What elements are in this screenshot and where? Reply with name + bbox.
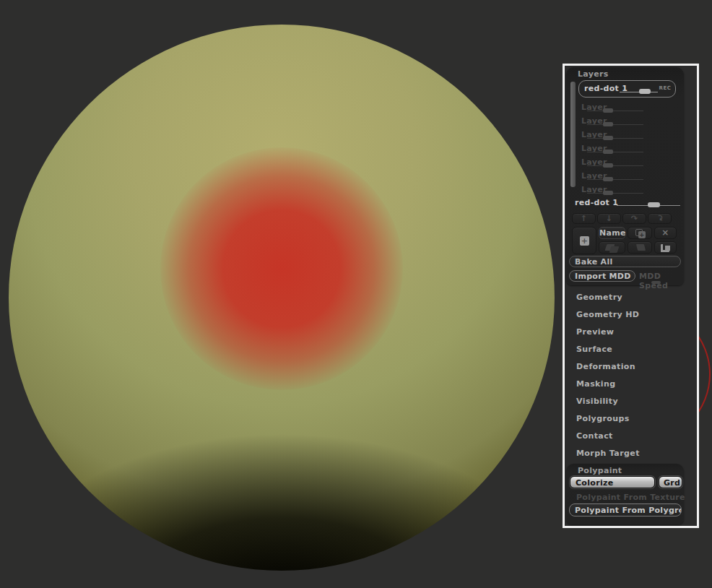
menu-item-morph-target[interactable]: Morph Target — [566, 445, 689, 462]
menu-item-geometry[interactable]: Geometry — [566, 289, 689, 306]
mdd-speed-slider[interactable] — [651, 281, 661, 284]
menu-item-label: Polygroups — [576, 414, 630, 423]
menu-item-label: Masking — [576, 379, 616, 389]
menu-item-label: Preview — [576, 327, 614, 337]
polypaint-title[interactable]: Polypaint — [578, 466, 622, 475]
sphere-model[interactable] — [9, 25, 555, 571]
move-layer-up-button[interactable]: ↑ — [572, 213, 596, 224]
red-polypaint-dot — [160, 147, 403, 390]
layer-intensity-slider[interactable] — [639, 89, 651, 94]
layer-intensity-track — [587, 152, 643, 152]
split-layer-icon — [636, 244, 646, 251]
split-layer-button[interactable] — [628, 241, 652, 254]
menu-item-polygroups[interactable]: Polygroups — [566, 410, 689, 427]
active-layer-name: red-dot 1 — [575, 198, 618, 207]
layer-intensity-track — [587, 124, 643, 125]
menu-item-masking[interactable]: Masking — [566, 376, 689, 392]
layer-intensity-slider[interactable] — [603, 163, 613, 168]
redo-layer-button[interactable]: ↷ — [622, 213, 646, 224]
layer-intensity-track — [587, 179, 643, 180]
polypaint-subpanel: Polypaint Colorize Grd Polypaint From Te… — [566, 464, 684, 524]
layer-intensity-track — [587, 111, 643, 111]
menu-item-label: Geometry — [576, 293, 622, 302]
layer-item-selected[interactable]: red-dot 1 REC — [578, 80, 676, 98]
layers-scrollbar[interactable] — [570, 82, 576, 187]
move-layer-down-button[interactable]: ↓ — [597, 213, 621, 224]
menu-item-label: Morph Target — [576, 449, 640, 458]
grd-button[interactable]: Grd — [659, 476, 682, 488]
tool-panel: Layers red-dot 1 REC Layer Layer Layer L… — [563, 64, 699, 528]
delete-icon: × — [661, 228, 669, 238]
menu-item-geometry-hd[interactable]: Geometry HD — [566, 306, 689, 323]
layer-intensity-slider[interactable] — [603, 177, 613, 181]
layer-item[interactable]: Layer — [581, 170, 675, 183]
layer-item[interactable]: Layer — [581, 115, 675, 128]
menu-item-surface[interactable]: Surface — [566, 341, 689, 358]
rec-indicator[interactable]: REC — [658, 79, 672, 92]
colorize-button[interactable]: Colorize — [570, 476, 655, 488]
rename-layer-button[interactable]: Name — [599, 227, 625, 239]
active-layer-slider-row: red-dot 1 — [575, 198, 680, 209]
layers-subpanel: Layers red-dot 1 REC Layer Layer Layer L… — [566, 67, 684, 285]
layers-title[interactable]: Layers — [578, 69, 609, 79]
layer-intensity-track — [587, 165, 643, 166]
menu-item-label: Surface — [576, 345, 612, 354]
new-layer-icon: + — [580, 236, 589, 246]
menu-item-visibility[interactable]: Visibility — [566, 393, 689, 410]
new-layer-button[interactable]: + — [572, 227, 596, 254]
menu-item-label: Deformation — [576, 362, 635, 371]
layer-intensity-track — [587, 138, 643, 139]
menu-item-deformation[interactable]: Deformation — [566, 358, 689, 375]
active-layer-slider[interactable] — [648, 202, 660, 207]
delete-layer-button[interactable]: × — [654, 227, 677, 239]
corner-icon — [665, 246, 670, 251]
merge-down-icon — [609, 246, 620, 253]
inverse-layer-button[interactable] — [654, 241, 677, 254]
layer-intensity-slider[interactable] — [603, 122, 613, 126]
menu-item-preview[interactable]: Preview — [566, 324, 689, 340]
menu-item-label: Geometry HD — [576, 310, 639, 319]
layer-intensity-slider[interactable] — [603, 136, 613, 140]
layer-item[interactable]: Layer — [581, 129, 675, 142]
redo-arrow-icon: ↷ — [631, 214, 638, 223]
down-arrow-icon: ↓ — [606, 214, 613, 223]
layer-item[interactable]: Layer — [581, 101, 675, 114]
layer-intensity-slider[interactable] — [603, 191, 613, 195]
mdd-speed-label: MDD Speed — [639, 272, 684, 290]
layer-intensity-slider[interactable] — [603, 150, 613, 154]
duplicate-plus-icon: + — [638, 231, 646, 238]
import-mdd-button[interactable]: Import MDD — [569, 270, 635, 282]
layer-item[interactable]: Layer — [581, 183, 675, 196]
bake-all-button[interactable]: Bake All — [569, 256, 681, 267]
layer-intensity-track — [587, 193, 643, 194]
polypaint-from-polygroup-button[interactable]: Polypaint From Polygroup — [569, 503, 682, 516]
merge-down-button[interactable] — [599, 241, 625, 254]
branch-layer-button[interactable]: ↷ — [648, 213, 672, 224]
branch-arrow-icon: ↷ — [654, 213, 665, 224]
up-arrow-icon: ↑ — [581, 214, 588, 223]
layer-item[interactable]: Layer — [581, 156, 675, 169]
duplicate-layer-button[interactable]: + — [628, 227, 652, 239]
polypaint-from-texture-button: Polypaint From Texture — [576, 493, 685, 502]
menu-item-label: Visibility — [576, 397, 618, 406]
menu-item-contact[interactable]: Contact — [566, 428, 689, 444]
menu-item-label: Contact — [576, 431, 613, 441]
layer-item[interactable]: Layer — [581, 142, 675, 155]
layer-intensity-slider[interactable] — [603, 108, 613, 113]
rec-label: REC — [659, 85, 672, 91]
